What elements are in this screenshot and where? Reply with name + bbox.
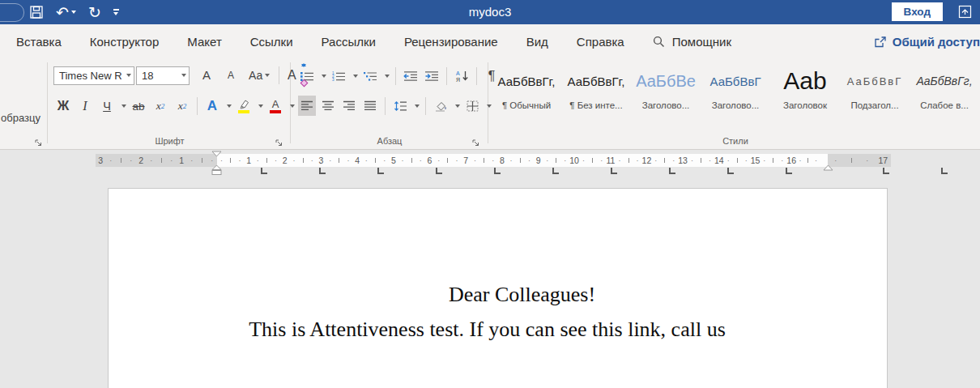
numbering-dropdown-icon[interactable]	[353, 75, 358, 78]
style-item-5[interactable]: АаБбВвГПодзагол...	[841, 62, 909, 110]
autosave-toggle[interactable]	[0, 3, 24, 22]
style-preview: АаБбВвГг,	[910, 62, 978, 100]
tab-Ссылки[interactable]: Ссылки	[250, 35, 293, 49]
tab-stop-marker[interactable]	[883, 168, 889, 174]
undo-button[interactable]: ↶	[56, 5, 76, 20]
align-right-icon	[343, 100, 356, 111]
decrease-indent-button[interactable]	[402, 66, 420, 86]
font-color-button[interactable]: А	[266, 96, 285, 116]
ribbon-display-options-button[interactable]	[958, 5, 972, 19]
style-label: Слабое в...	[910, 100, 978, 110]
page[interactable]: Dear Colleagues! This is Attentiveness t…	[108, 188, 888, 388]
tab-Вид[interactable]: Вид	[526, 35, 548, 49]
line-spacing-dropdown-icon[interactable]	[415, 104, 420, 108]
svg-text:А: А	[456, 70, 460, 76]
style-label: Подзагол...	[841, 100, 909, 110]
style-preview: АаБбВвГ	[701, 62, 769, 100]
share-button[interactable]: Общий доступ	[864, 24, 980, 58]
italic-button[interactable]: I	[75, 96, 95, 116]
line-spacing-icon	[394, 100, 407, 112]
customize-qat-button[interactable]	[113, 9, 119, 15]
ruler-right-margin: ··17	[828, 154, 891, 167]
clipboard-dialog-launcher[interactable]	[35, 139, 42, 147]
tab-stop-marker[interactable]	[377, 168, 384, 174]
tab-Рецензирование[interactable]: Рецензирование	[404, 35, 498, 49]
justify-icon	[364, 100, 377, 111]
tab-stop-marker[interactable]	[494, 168, 501, 174]
shading-button[interactable]	[432, 96, 450, 116]
tab-stop-marker[interactable]	[319, 168, 326, 174]
tab-stop-marker[interactable]	[727, 168, 734, 174]
style-item-2[interactable]: АаБбВеЗаголово...	[632, 62, 700, 110]
tab-Макет[interactable]: Макет	[187, 35, 221, 49]
change-case-button[interactable]: Аа	[247, 66, 271, 85]
format-painter-label[interactable]: образцу	[1, 112, 40, 124]
bold-button[interactable]: Ж	[53, 96, 73, 116]
font-size-combo[interactable]: 18	[136, 66, 190, 85]
shading-icon	[434, 100, 448, 112]
ribbon: образцу Times New R 18 А	[0, 58, 980, 150]
hanging-indent-marker[interactable]	[211, 164, 222, 176]
shrink-font-button[interactable]: А	[221, 66, 241, 85]
style-item-6[interactable]: АаБбВвГг,Слабое в...	[910, 62, 978, 110]
search-icon	[653, 36, 665, 48]
multilevel-dropdown-icon[interactable]	[385, 75, 390, 78]
signin-button[interactable]: Вход	[892, 2, 943, 21]
chevron-down-icon[interactable]	[181, 74, 186, 77]
tab-stop-marker[interactable]	[669, 168, 675, 174]
tab-Рассылки[interactable]: Рассылки	[322, 35, 376, 49]
multilevel-list-button[interactable]	[361, 66, 379, 86]
superscript-button[interactable]: x2	[173, 96, 192, 116]
share-label: Общий доступ	[893, 35, 980, 49]
align-left-button[interactable]	[298, 96, 316, 116]
save-icon[interactable]	[29, 5, 44, 19]
paragraph-dialog-launcher[interactable]	[472, 139, 479, 147]
redo-button[interactable]: ↻	[88, 5, 101, 20]
shading-dropdown-icon[interactable]	[455, 104, 460, 108]
style-item-3[interactable]: АаБбВвГЗаголово...	[701, 62, 769, 110]
subscript-button[interactable]: x2	[151, 96, 170, 116]
tab-assistant[interactable]: Помощник	[653, 35, 731, 49]
tab-stop-marker[interactable]	[611, 168, 617, 174]
font-name-combo[interactable]: Times New R	[53, 66, 134, 85]
numbering-button[interactable]: 1 2 3	[330, 66, 347, 86]
style-item-1[interactable]: АаБбВвГг,¶ Без инте...	[562, 62, 630, 110]
svg-text:Я: Я	[456, 77, 460, 83]
borders-button[interactable]	[463, 96, 481, 116]
bullets-button[interactable]	[298, 66, 316, 86]
ruler[interactable]: 3··2··1·· ··1··2··3··4··5··6··7··8··9··1…	[0, 151, 980, 177]
align-right-button[interactable]	[340, 96, 358, 116]
underline-dropdown-icon[interactable]	[121, 104, 126, 108]
tab-stop-marker[interactable]	[552, 168, 559, 174]
document-canvas: 3··2··1·· ··1··2··3··4··5··6··7··8··9··1…	[0, 151, 980, 388]
text-effects-button[interactable]: А	[202, 96, 222, 116]
tab-Конструктор[interactable]: Конструктор	[90, 35, 160, 49]
underline-button[interactable]: Ч	[97, 96, 117, 116]
right-indent-marker[interactable]	[823, 164, 833, 171]
tab-Справка[interactable]: Справка	[577, 35, 624, 49]
font-dialog-launcher[interactable]	[275, 139, 283, 147]
tab-stop-marker[interactable]	[941, 168, 948, 174]
sort-icon: А Я	[455, 70, 469, 82]
svg-text:3: 3	[332, 78, 334, 82]
grow-font-button[interactable]: А	[197, 66, 216, 85]
chevron-down-icon[interactable]	[126, 74, 131, 77]
bullets-dropdown-icon[interactable]	[322, 75, 326, 78]
highlight-dropdown-icon[interactable]	[258, 104, 263, 108]
tab-stop-marker[interactable]	[436, 168, 442, 174]
highlight-button[interactable]	[234, 96, 254, 116]
undo-dropdown-icon[interactable]	[71, 11, 76, 14]
line-spacing-button[interactable]	[391, 96, 409, 116]
strikethrough-button[interactable]: ab	[129, 96, 148, 116]
text-effects-dropdown-icon[interactable]	[227, 104, 232, 108]
align-center-button[interactable]	[319, 96, 337, 116]
style-item-4[interactable]: AabЗаголовок	[771, 62, 839, 110]
tab-Вставка[interactable]: Вставка	[16, 35, 62, 49]
justify-button[interactable]	[361, 96, 379, 116]
increase-indent-button[interactable]	[423, 66, 441, 86]
first-line-indent-marker[interactable]	[211, 151, 222, 157]
tab-stop-marker[interactable]	[261, 168, 267, 174]
sort-button[interactable]: А Я	[453, 66, 471, 86]
tab-stop-marker[interactable]	[786, 168, 792, 174]
style-item-0[interactable]: АаБбВвГг,¶ Обычный	[492, 62, 560, 110]
